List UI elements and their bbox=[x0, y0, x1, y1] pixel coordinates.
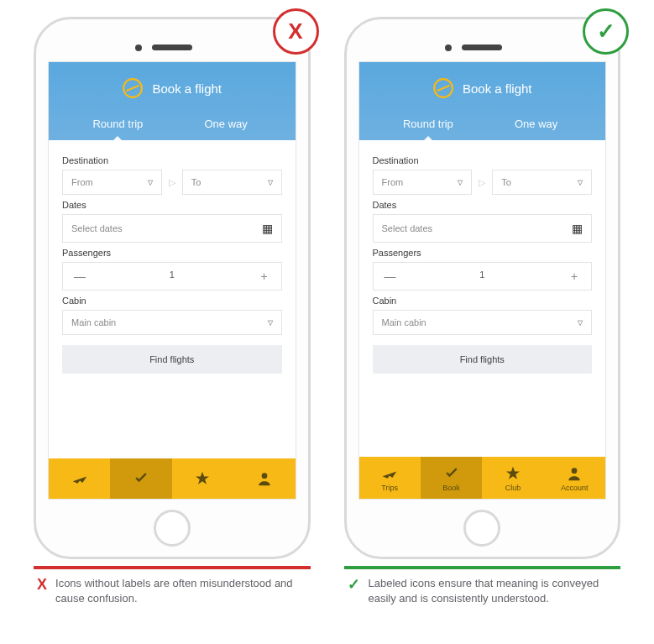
from-field[interactable]: From▽ bbox=[62, 170, 162, 195]
calendar-icon: ▦ bbox=[262, 222, 273, 235]
dates-field[interactable]: Select dates▦ bbox=[373, 214, 593, 243]
svg-line-4 bbox=[437, 86, 449, 92]
home-button bbox=[154, 510, 191, 547]
phone-frame: Book a flight Round trip One way Destina… bbox=[34, 17, 311, 559]
person-icon bbox=[256, 470, 273, 487]
plane-icon bbox=[381, 465, 398, 482]
tab-round-trip[interactable]: Round trip bbox=[374, 111, 483, 140]
app-header: Book a flight Round trip One way bbox=[49, 62, 296, 140]
cabin-field[interactable]: Main cabin▽ bbox=[373, 310, 593, 335]
star-icon bbox=[505, 465, 521, 482]
chevron-down-icon: ▽ bbox=[268, 319, 273, 327]
destination-label: Destination bbox=[373, 155, 593, 165]
chevron-down-icon: ▽ bbox=[268, 179, 273, 186]
calendar-icon: ▦ bbox=[572, 222, 583, 235]
chevron-down-icon: ▽ bbox=[578, 319, 583, 327]
check-icon: ✓ bbox=[348, 577, 360, 592]
home-button bbox=[463, 510, 500, 547]
screen: Book a flight Round trip One way Destina… bbox=[358, 61, 607, 500]
screen: Book a flight Round trip One way Destina… bbox=[48, 61, 296, 500]
nav-club[interactable]: Club bbox=[482, 457, 543, 499]
nav-book[interactable] bbox=[110, 458, 171, 499]
nav-account[interactable] bbox=[233, 458, 295, 499]
caption-good: ✓ Labeled icons ensure that meaning is c… bbox=[344, 576, 621, 606]
increment-button[interactable]: + bbox=[248, 263, 281, 290]
nav-label: Account bbox=[561, 484, 589, 492]
phone-frame: Book a flight Round trip One way Destina… bbox=[344, 17, 621, 559]
destination-label: Destination bbox=[62, 155, 282, 165]
trip-type-tabs: Round trip One way bbox=[49, 111, 296, 140]
app-logo-icon bbox=[432, 77, 454, 99]
x-icon: X bbox=[37, 577, 47, 592]
svg-line-1 bbox=[127, 86, 139, 92]
svg-point-5 bbox=[572, 468, 578, 474]
plane-icon bbox=[71, 470, 88, 487]
example-bad: X Book a flight Round trip One way Desti… bbox=[34, 17, 311, 606]
to-field[interactable]: To▽ bbox=[492, 170, 592, 195]
chevron-down-icon: ▽ bbox=[578, 179, 583, 186]
badge-good: ✓ bbox=[583, 8, 629, 55]
caption-bad-text: Icons without labels are often misunders… bbox=[55, 576, 306, 606]
nav-trips[interactable] bbox=[49, 458, 110, 499]
caption-divider-good bbox=[344, 566, 621, 569]
phone-speaker bbox=[462, 45, 502, 50]
dates-field[interactable]: Select dates▦ bbox=[62, 214, 282, 243]
nav-trips[interactable]: Trips bbox=[359, 457, 421, 499]
trip-type-tabs: Round trip One way bbox=[359, 111, 606, 140]
cabin-label: Cabin bbox=[373, 296, 593, 306]
nav-account[interactable]: Account bbox=[544, 457, 605, 499]
tab-one-way[interactable]: One way bbox=[172, 111, 280, 140]
check-icon bbox=[443, 465, 460, 482]
tab-round-trip[interactable]: Round trip bbox=[64, 111, 172, 140]
find-flights-button[interactable]: Find flights bbox=[373, 345, 593, 374]
nav-label: Trips bbox=[381, 484, 398, 492]
caption-good-text: Labeled icons ensure that meaning is con… bbox=[369, 576, 618, 606]
bottom-nav bbox=[49, 458, 296, 499]
to-field[interactable]: To▽ bbox=[182, 170, 282, 195]
passengers-label: Passengers bbox=[62, 248, 282, 258]
booking-form: Destination From▽ ▷ To▽ Dates Select dat… bbox=[359, 140, 606, 457]
cabin-field[interactable]: Main cabin▽ bbox=[62, 310, 282, 335]
swap-icon[interactable]: ▷ bbox=[167, 177, 177, 188]
from-field[interactable]: From▽ bbox=[373, 170, 473, 195]
nav-club[interactable] bbox=[172, 458, 233, 499]
nav-label: Book bbox=[442, 484, 460, 492]
passengers-value: 1 bbox=[407, 263, 558, 290]
star-icon bbox=[194, 470, 211, 487]
chevron-down-icon: ▽ bbox=[458, 179, 463, 186]
nav-label: Club bbox=[505, 484, 521, 492]
phone-camera bbox=[135, 45, 142, 51]
caption-bad: X Icons without labels are often misunde… bbox=[34, 576, 311, 606]
increment-button[interactable]: + bbox=[557, 263, 591, 290]
tab-one-way[interactable]: One way bbox=[482, 111, 590, 140]
decrement-button[interactable]: — bbox=[63, 263, 97, 290]
nav-book[interactable]: Book bbox=[421, 457, 482, 499]
page-title: Book a flight bbox=[152, 81, 222, 96]
chevron-down-icon: ▽ bbox=[148, 179, 153, 186]
decrement-button[interactable]: — bbox=[374, 263, 407, 290]
phone-speaker bbox=[152, 45, 192, 50]
app-header: Book a flight Round trip One way bbox=[359, 62, 606, 140]
cabin-label: Cabin bbox=[62, 296, 282, 306]
passengers-label: Passengers bbox=[373, 248, 593, 258]
swap-icon[interactable]: ▷ bbox=[477, 177, 487, 188]
passengers-stepper: — 1 + bbox=[373, 262, 593, 291]
phone-camera bbox=[445, 45, 452, 51]
app-logo-icon bbox=[122, 77, 144, 99]
badge-bad: X bbox=[273, 8, 319, 55]
person-icon bbox=[566, 465, 583, 482]
dates-label: Dates bbox=[62, 200, 282, 210]
page-title: Book a flight bbox=[463, 81, 532, 96]
svg-point-2 bbox=[261, 473, 267, 479]
caption-divider-bad bbox=[34, 566, 311, 569]
dates-label: Dates bbox=[373, 200, 593, 210]
check-icon bbox=[133, 470, 149, 487]
example-good: ✓ Book a flight Round trip One way Desti… bbox=[344, 17, 621, 606]
booking-form: Destination From▽ ▷ To▽ Dates Select dat… bbox=[49, 140, 296, 458]
passengers-stepper: — 1 + bbox=[62, 262, 282, 291]
find-flights-button[interactable]: Find flights bbox=[62, 345, 282, 374]
passengers-value: 1 bbox=[97, 263, 248, 290]
bottom-nav: Trips Book Club Account bbox=[359, 457, 606, 499]
